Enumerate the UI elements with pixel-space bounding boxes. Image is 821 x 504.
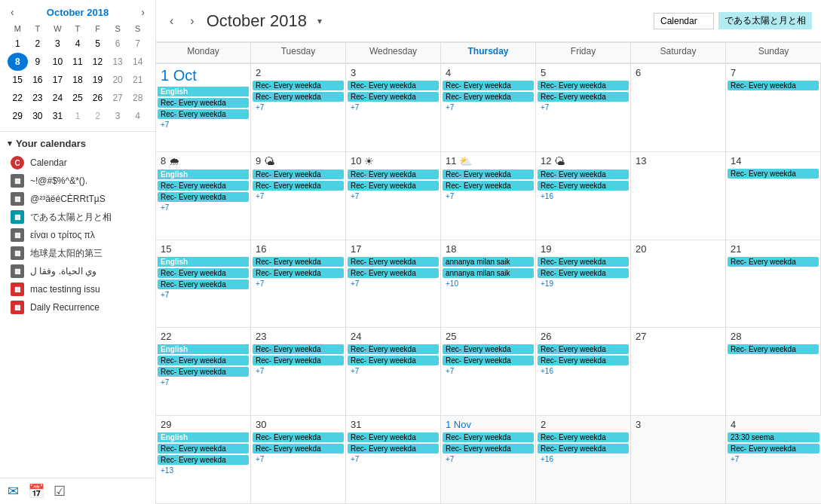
event-bar[interactable]: Rec- Every weekda	[728, 444, 819, 454]
day-cell[interactable]: 3Rec- Every weekdaRec- Every weekda+7	[346, 64, 441, 152]
mini-cal-day[interactable]: 4	[127, 107, 148, 125]
more-events[interactable]: +7	[348, 102, 439, 112]
mini-cal-day[interactable]: 12	[87, 53, 108, 71]
event-bar[interactable]: Rec- Every weekda	[538, 356, 629, 365]
more-events[interactable]: +7	[348, 366, 439, 376]
more-events[interactable]: +7	[158, 290, 249, 300]
day-cell[interactable]: 31Rec- Every weekdaRec- Every weekda+7	[346, 416, 441, 504]
calendar-list-item[interactable]: ▦Daily Recurrence	[8, 298, 148, 316]
mini-cal-day[interactable]: 10	[47, 53, 68, 71]
event-bar[interactable]: annanya milan saik	[443, 257, 534, 267]
event-bar[interactable]: Rec- Every weekda	[158, 192, 249, 202]
day-cell[interactable]: 12🌤Rec- Every weekdaRec- Every weekda+16	[536, 152, 631, 240]
day-cell[interactable]: 23Rec- Every weekdaRec- Every weekda+7	[251, 328, 346, 416]
event-bar[interactable]: Rec- Every weekda	[253, 181, 344, 191]
more-events[interactable]: +7	[728, 454, 819, 464]
event-bar[interactable]: Rec- Every weekda	[253, 268, 344, 278]
calendar-list-item[interactable]: ▦mac testinng issu	[8, 280, 148, 298]
mini-cal-next-button[interactable]: ›	[138, 6, 148, 18]
mini-cal-day[interactable]: 9	[28, 53, 48, 71]
more-events[interactable]: +7	[253, 279, 344, 289]
mini-cal-day[interactable]: 3	[108, 107, 128, 125]
event-bar[interactable]: Rec- Every weekda	[253, 81, 344, 90]
day-cell[interactable]: 19Rec- Every weekdaRec- Every weekda+19	[536, 240, 631, 328]
day-cell[interactable]: 25Rec- Every weekdaRec- Every weekda+7	[441, 328, 536, 416]
day-cell[interactable]: 1 OctEnglishRec- Every weekdaRec- Every …	[156, 64, 251, 152]
mini-cal-day[interactable]: 24	[47, 89, 68, 107]
mini-cal-prev-button[interactable]: ‹	[8, 6, 17, 18]
mini-cal-day[interactable]: 15	[8, 71, 28, 89]
mini-cal-day[interactable]: 23	[28, 89, 48, 107]
day-cell[interactable]: 1 NovRec- Every weekdaRec- Every weekda+…	[441, 416, 536, 504]
day-cell[interactable]: 2Rec- Every weekdaRec- Every weekda+16	[536, 416, 631, 504]
search-input[interactable]: である太陽と月と相	[718, 12, 812, 29]
day-cell[interactable]: 3	[631, 416, 726, 504]
more-events[interactable]: +7	[158, 120, 249, 130]
more-events[interactable]: +7	[253, 191, 344, 201]
day-cell[interactable]: 30Rec- Every weekdaRec- Every weekda+7	[251, 416, 346, 504]
more-events[interactable]: +16	[538, 191, 629, 201]
event-bar[interactable]: Rec- Every weekda	[348, 92, 439, 102]
event-bar[interactable]: Rec- Every weekda	[538, 181, 629, 191]
day-cell[interactable]: 9🌤Rec- Every weekdaRec- Every weekda+7	[251, 152, 346, 240]
event-bar[interactable]: Rec- Every weekda	[538, 444, 629, 454]
mini-cal-day[interactable]: 5	[87, 35, 108, 53]
event-bar[interactable]: Rec- Every weekda	[348, 344, 439, 354]
event-bar[interactable]: Rec- Every weekda	[158, 98, 249, 108]
more-events[interactable]: +7	[348, 279, 439, 289]
event-bar[interactable]: Rec- Every weekda	[443, 181, 534, 191]
day-cell[interactable]: 16Rec- Every weekdaRec- Every weekda+7	[251, 240, 346, 328]
mail-icon[interactable]: ✉	[8, 483, 19, 499]
your-calendars-header[interactable]: ▾ Your calendars	[8, 138, 148, 149]
event-bar[interactable]: Rec- Every weekda	[158, 356, 249, 365]
event-bar[interactable]: 23:30 seema	[728, 432, 819, 442]
mini-cal-day[interactable]: 13	[108, 53, 128, 71]
calendar-list-item[interactable]: ▦~!@#$%^&*().	[8, 172, 148, 190]
mini-cal-day[interactable]: 29	[8, 107, 28, 125]
event-bar[interactable]: Rec- Every weekda	[158, 367, 249, 377]
mini-cal-month-label[interactable]: October 2018	[47, 7, 109, 18]
month-dropdown-arrow[interactable]: ▾	[317, 16, 322, 26]
day-cell[interactable]: 26Rec- Every weekdaRec- Every weekda+16	[536, 328, 631, 416]
more-events[interactable]: +7	[348, 454, 439, 464]
day-cell[interactable]: 15EnglishRec- Every weekdaRec- Every wee…	[156, 240, 251, 328]
mini-cal-day[interactable]: 28	[127, 89, 148, 107]
day-cell[interactable]: 20	[631, 240, 726, 328]
more-events[interactable]: +7	[443, 366, 534, 376]
day-cell[interactable]: 7Rec- Every weekda	[726, 64, 821, 152]
event-bar[interactable]: Rec- Every weekda	[158, 181, 249, 191]
calendar-list-item[interactable]: ▦@²³äëéCÈRRtTµS	[8, 190, 148, 208]
day-cell[interactable]: 10☀Rec- Every weekdaRec- Every weekda+7	[346, 152, 441, 240]
day-cell[interactable]: 8🌧EnglishRec- Every weekdaRec- Every wee…	[156, 152, 251, 240]
day-cell[interactable]: 4Rec- Every weekdaRec- Every weekda+7	[441, 64, 536, 152]
mini-cal-day[interactable]: 6	[108, 35, 128, 53]
more-events[interactable]: +16	[538, 366, 629, 376]
more-events[interactable]: +7	[443, 102, 534, 112]
day-cell[interactable]: 22EnglishRec- Every weekdaRec- Every wee…	[156, 328, 251, 416]
event-bar[interactable]: Rec- Every weekda	[538, 170, 629, 179]
mini-cal-day[interactable]: 17	[47, 71, 68, 89]
event-bar[interactable]: Rec- Every weekda	[728, 81, 819, 90]
mini-cal-day[interactable]: 7	[127, 35, 148, 53]
more-events[interactable]: +16	[538, 454, 629, 464]
calendar-list-item[interactable]: CCalendar	[8, 154, 148, 172]
mini-cal-day[interactable]: 11	[68, 53, 88, 71]
event-bar[interactable]: Rec- Every weekda	[348, 181, 439, 191]
event-bar[interactable]: Rec- Every weekda	[538, 344, 629, 354]
more-events[interactable]: +7	[158, 203, 249, 212]
mini-cal-day[interactable]: 20	[108, 71, 128, 89]
calendar-list-item[interactable]: ▦είναι ο τρίτος πλ	[8, 226, 148, 244]
mini-cal-day[interactable]: 2	[28, 35, 48, 53]
event-bar[interactable]: Rec- Every weekda	[443, 356, 534, 365]
event-bar[interactable]: Rec- Every weekda	[538, 257, 629, 267]
day-cell[interactable]: 13	[631, 152, 726, 240]
calendar-list-item[interactable]: ▦وي الحياة. وفقا ل	[8, 262, 148, 280]
event-bar[interactable]: Rec- Every weekda	[728, 169, 819, 179]
event-bar[interactable]: Rec- Every weekda	[348, 268, 439, 278]
event-bar[interactable]: Rec- Every weekda	[443, 432, 534, 442]
more-events[interactable]: +10	[443, 279, 534, 289]
calendar-icon[interactable]: 📅	[28, 483, 44, 499]
day-cell[interactable]: 18annanya milan saikannanya milan saik+1…	[441, 240, 536, 328]
main-prev-button[interactable]: ‹	[165, 13, 178, 29]
mini-cal-day[interactable]: 31	[47, 107, 68, 125]
